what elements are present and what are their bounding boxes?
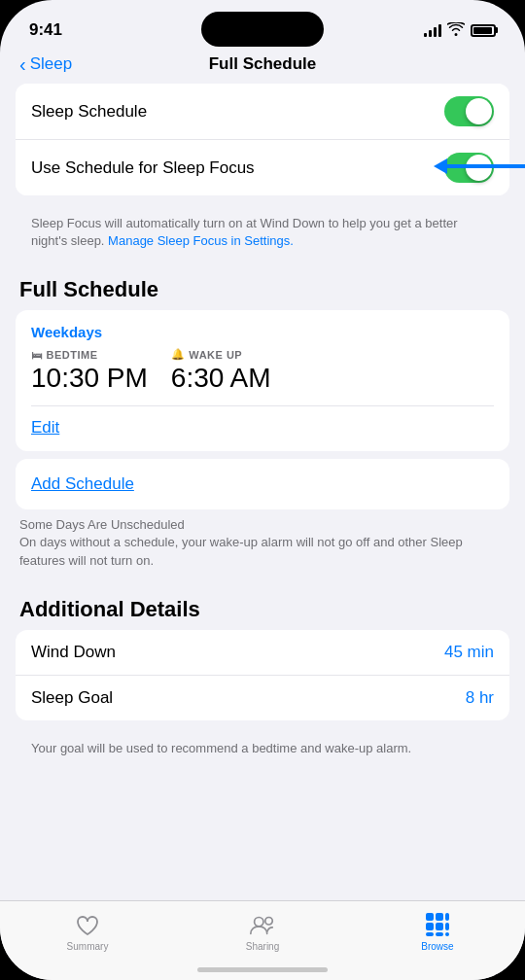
browse-icon [424, 911, 451, 938]
manage-focus-link[interactable]: Manage Sleep Focus in Settings. [108, 233, 294, 248]
additional-details-card: Wind Down 45 min Sleep Goal 8 hr [16, 630, 509, 720]
svg-rect-10 [445, 932, 449, 936]
toggle-card: Sleep Schedule Use Schedule for Sleep Fo… [16, 84, 509, 195]
sleep-schedule-row: Sleep Schedule [16, 84, 509, 139]
wind-down-label: Wind Down [31, 643, 116, 662]
wakeup-type: 🔔 WAKE UP [171, 348, 271, 361]
back-label: Sleep [30, 54, 72, 74]
svg-rect-7 [445, 923, 449, 930]
navigation-bar: ‹ Sleep Full Schedule [0, 47, 525, 84]
sharing-icon [249, 911, 276, 938]
sleep-goal-row[interactable]: Sleep Goal 8 hr [16, 675, 509, 720]
arrow-annotation [434, 158, 525, 174]
wifi-icon [447, 22, 465, 39]
add-schedule-card: Add Schedule [16, 459, 509, 509]
focus-helper-text: Sleep Focus will automatically turn on a… [16, 207, 509, 262]
svg-rect-2 [426, 913, 434, 921]
tab-browse-label: Browse [421, 941, 453, 952]
svg-rect-6 [436, 923, 443, 930]
unscheduled-notice: Some Days Are Unscheduled On days withou… [16, 517, 509, 580]
wakeup-value: 6:30 AM [171, 363, 271, 394]
svg-rect-5 [426, 923, 434, 930]
weekdays-label: Weekdays [31, 324, 494, 340]
bedtime-type: 🛏 BEDTIME [31, 349, 148, 361]
svg-rect-3 [436, 913, 443, 921]
tab-browse[interactable]: Browse [399, 911, 476, 952]
wind-down-value: 45 min [444, 643, 494, 662]
arrow-line [447, 164, 525, 168]
tab-summary-label: Summary [67, 941, 109, 952]
sleep-goal-value: 8 hr [466, 688, 494, 708]
signal-bars-icon [424, 24, 441, 37]
arrow-head-icon [434, 158, 447, 174]
sleep-goal-label: Sleep Goal [31, 688, 113, 708]
status-time: 9:41 [29, 20, 62, 40]
dynamic-island [201, 12, 324, 47]
battery-icon [471, 24, 496, 37]
tab-summary[interactable]: Summary [49, 911, 126, 952]
back-button[interactable]: ‹ Sleep [19, 53, 72, 76]
svg-rect-9 [436, 932, 443, 936]
tab-sharing[interactable]: Sharing [224, 911, 301, 952]
sleep-schedule-label: Sleep Schedule [31, 102, 147, 122]
sleep-goal-helper: Your goal will be used to recommend a be… [16, 732, 509, 769]
svg-point-1 [265, 918, 272, 925]
wakeup-item: 🔔 WAKE UP 6:30 AM [171, 348, 271, 394]
home-indicator [197, 967, 328, 972]
svg-rect-8 [426, 932, 434, 936]
wind-down-row[interactable]: Wind Down 45 min [16, 630, 509, 675]
additional-details-header: Additional Details [16, 581, 509, 630]
svg-rect-4 [445, 913, 449, 921]
phone-frame: 9:41 ‹ Sleep [0, 0, 525, 980]
weekdays-card: Weekdays 🛏 BEDTIME 10:30 PM 🔔 WAKE UP 6:… [16, 310, 509, 451]
bedtime-item: 🛏 BEDTIME 10:30 PM [31, 349, 148, 394]
bed-icon: 🛏 [31, 349, 43, 361]
edit-link[interactable]: Edit [31, 418, 59, 437]
sleep-schedule-toggle[interactable] [444, 96, 494, 126]
add-schedule-link[interactable]: Add Schedule [31, 474, 134, 493]
back-chevron-icon: ‹ [19, 53, 26, 76]
unscheduled-text: On days without a schedule, your wake-up… [19, 534, 506, 569]
bedtime-value: 10:30 PM [31, 363, 148, 394]
alarm-icon: 🔔 [171, 348, 186, 361]
svg-point-0 [255, 918, 263, 927]
nav-title: Full Schedule [209, 54, 317, 74]
full-schedule-header: Full Schedule [16, 262, 509, 310]
schedule-divider [31, 405, 494, 406]
main-content: Sleep Schedule Use Schedule for Sleep Fo… [0, 84, 525, 883]
use-focus-label: Use Schedule for Sleep Focus [31, 158, 255, 178]
summary-icon [74, 911, 101, 938]
sleep-schedule-thumb [466, 98, 492, 124]
status-icons [424, 22, 496, 39]
tab-sharing-label: Sharing [246, 941, 279, 952]
unscheduled-title: Some Days Are Unscheduled [19, 517, 506, 532]
schedule-times: 🛏 BEDTIME 10:30 PM 🔔 WAKE UP 6:30 AM [31, 348, 494, 394]
